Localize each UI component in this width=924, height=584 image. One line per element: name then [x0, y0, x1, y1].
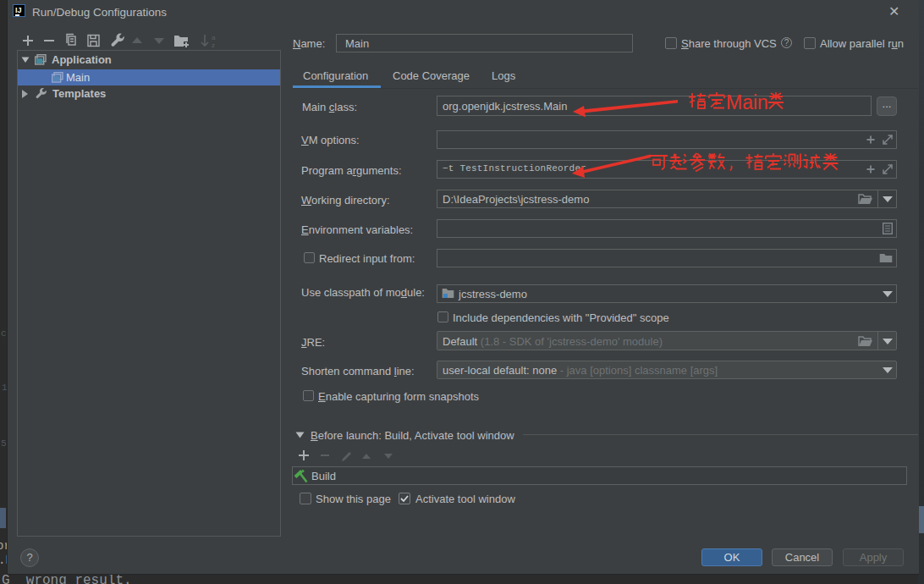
- svg-text:a: a: [212, 34, 216, 41]
- svg-text:z: z: [212, 41, 215, 49]
